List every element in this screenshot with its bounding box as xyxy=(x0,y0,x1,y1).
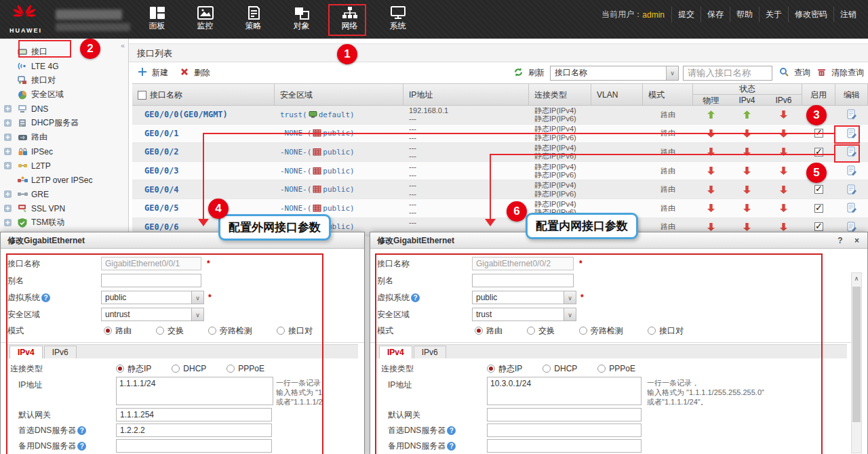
mode-radio-option[interactable]: 路由 xyxy=(475,325,502,337)
radio-icon[interactable] xyxy=(579,327,587,335)
menu-item-object[interactable]: 对象 xyxy=(277,3,326,37)
radio-icon[interactable] xyxy=(542,365,551,373)
edit-button[interactable] xyxy=(835,222,868,232)
enable-checkbox[interactable] xyxy=(814,129,823,138)
mode-radio-option[interactable]: 交换 xyxy=(527,325,555,337)
tab-ipv4[interactable]: IPv4 xyxy=(379,346,412,358)
commit-button[interactable]: 提交 xyxy=(671,7,701,22)
gateway-field[interactable] xyxy=(116,408,272,421)
ip-address-textarea[interactable]: 1.1.1.1/24 xyxy=(116,377,273,405)
ip-address-textarea[interactable]: 10.3.0.1/24 xyxy=(487,377,642,405)
zone-link[interactable]: trust(default) xyxy=(275,110,403,119)
interface-name-link[interactable]: GE0/0/1 xyxy=(132,129,275,138)
edit-button[interactable] xyxy=(835,128,868,139)
expand-plus-icon[interactable] xyxy=(4,133,12,141)
mode-radio-option[interactable]: 旁路检测 xyxy=(579,325,623,337)
radio-icon[interactable] xyxy=(116,365,124,373)
tab-ipv6[interactable]: IPv6 xyxy=(44,346,77,358)
search-input[interactable] xyxy=(683,66,772,81)
sidebar-item-interface[interactable]: 接口 xyxy=(0,45,128,59)
interface-name-link[interactable]: GE0/0/3 xyxy=(132,166,275,176)
alias-field[interactable] xyxy=(472,274,574,287)
about-button[interactable]: 关于 xyxy=(759,7,788,22)
help-icon[interactable]: ? xyxy=(41,293,50,302)
change-password-button[interactable]: 修改密码 xyxy=(788,7,833,22)
edit-button[interactable] xyxy=(835,146,868,157)
help-icon[interactable]: ? xyxy=(447,442,456,451)
tab-ipv4[interactable]: IPv4 xyxy=(9,346,43,358)
zone-link[interactable]: -NONE-(public) xyxy=(275,204,403,213)
expand-plus-icon[interactable] xyxy=(4,219,12,226)
enable-checkbox[interactable] xyxy=(814,222,823,231)
collapse-sidebar-icon[interactable]: « xyxy=(121,41,125,49)
interface-name-field[interactable] xyxy=(101,257,201,270)
interface-name-field[interactable] xyxy=(472,257,574,270)
vsys-select[interactable]: public ∨ xyxy=(472,291,576,304)
enable-checkbox[interactable] xyxy=(814,167,823,176)
mode-radio-option[interactable]: 路由 xyxy=(104,325,132,337)
radio-icon[interactable] xyxy=(527,327,535,335)
sidebar-item-dhcp-server[interactable]: DHCP服务器 xyxy=(0,116,128,130)
interface-name-link[interactable]: GE0/0/4 xyxy=(132,185,275,194)
chevron-down-icon[interactable]: ∨ xyxy=(564,291,576,304)
mode-radio-option[interactable]: 旁路检测 xyxy=(208,325,252,337)
delete-button[interactable]: 删除 xyxy=(180,67,210,79)
new-button[interactable]: 新建 xyxy=(138,67,168,79)
radio-icon[interactable] xyxy=(172,365,180,373)
connection-type-radio-option[interactable]: 静态IP xyxy=(116,363,151,375)
radio-icon[interactable] xyxy=(475,327,483,335)
menu-item-monitor[interactable]: 监控 xyxy=(181,3,229,37)
dialog-close-icon[interactable]: × xyxy=(854,236,859,245)
sidebar-item-security-zone[interactable]: 安全区域 xyxy=(0,87,128,102)
gateway-field[interactable] xyxy=(487,408,642,421)
secondary-dns-field[interactable] xyxy=(116,439,272,453)
sidebar-item-ssl-vpn[interactable]: SSL VPN xyxy=(0,201,128,215)
expand-plus-icon[interactable] xyxy=(4,105,12,112)
secondary-dns-field[interactable] xyxy=(487,439,642,453)
chevron-down-icon[interactable]: ∨ xyxy=(191,308,203,321)
scrollbar-thumb[interactable] xyxy=(852,287,861,422)
help-icon[interactable]: ? xyxy=(77,426,86,435)
primary-dns-field[interactable] xyxy=(487,424,642,437)
zone-link[interactable]: -NONE-(public) xyxy=(275,148,403,157)
interface-name-link[interactable]: GE0/0/6 xyxy=(132,222,275,232)
menu-item-dashboard[interactable]: 面板 xyxy=(133,3,181,37)
scroll-up-icon[interactable]: ∧ xyxy=(852,273,861,284)
chevron-down-icon[interactable]: ∨ xyxy=(564,308,576,321)
alias-field[interactable] xyxy=(101,274,201,287)
connection-type-radio-option[interactable]: 静态IP xyxy=(487,363,522,375)
vsys-select[interactable]: public ∨ xyxy=(101,291,204,304)
zone-select[interactable]: trust ∨ xyxy=(472,308,576,321)
radio-icon[interactable] xyxy=(156,327,164,335)
radio-icon[interactable] xyxy=(226,365,235,373)
interface-name-link[interactable]: GE0/0/2 xyxy=(132,147,275,157)
help-icon[interactable]: ? xyxy=(77,442,86,451)
interface-name-link[interactable]: GE0/0/0(GE0/MGMT) xyxy=(132,110,275,119)
expand-plus-icon[interactable] xyxy=(4,119,12,127)
edit-button[interactable] xyxy=(835,184,868,195)
expand-plus-icon[interactable] xyxy=(4,190,12,198)
sidebar-item-lte-4g[interactable]: LTE 4G xyxy=(0,59,128,73)
expand-plus-icon[interactable] xyxy=(4,148,12,155)
save-button[interactable]: 保存 xyxy=(701,7,730,22)
radio-icon[interactable] xyxy=(648,327,656,335)
select-all-checkbox[interactable] xyxy=(138,91,146,100)
mode-radio-option[interactable]: 交换 xyxy=(156,325,184,337)
zone-link[interactable]: -NONE-(public) xyxy=(275,185,403,194)
zone-select[interactable]: untrust ∨ xyxy=(101,308,204,321)
enable-checkbox[interactable] xyxy=(814,110,823,119)
edit-button[interactable] xyxy=(835,109,868,120)
sidebar-item-route[interactable]: 路由 xyxy=(0,130,128,144)
refresh-button[interactable]: 刷新 xyxy=(514,67,545,79)
connection-type-radio-option[interactable]: DHCP xyxy=(172,364,206,373)
mode-radio-option[interactable]: 接口对 xyxy=(277,325,313,337)
sidebar-item-gre[interactable]: GRE xyxy=(0,187,128,201)
radio-icon[interactable] xyxy=(597,365,606,373)
menu-item-system[interactable]: 系统 xyxy=(374,3,422,37)
menu-item-policy[interactable]: 策略 xyxy=(229,3,277,37)
menu-item-network[interactable]: 网络 xyxy=(326,3,374,37)
sidebar-item-port-pair[interactable]: 接口对 xyxy=(0,73,128,87)
chevron-down-icon[interactable]: ∨ xyxy=(191,291,203,304)
enable-checkbox[interactable] xyxy=(814,204,823,213)
help-button[interactable]: 帮助 xyxy=(730,7,759,22)
